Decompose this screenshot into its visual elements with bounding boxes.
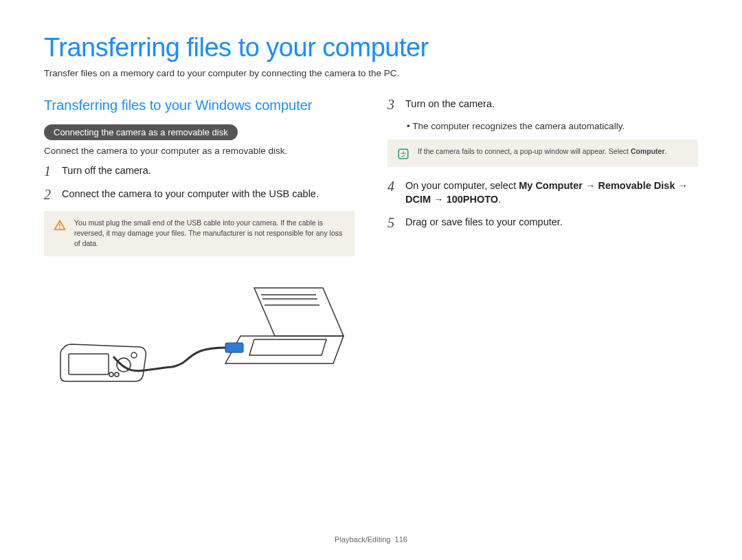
step-number: 1 [44,164,55,178]
svg-rect-8 [225,343,243,352]
step-number: 4 [387,179,398,193]
step-text: On your computer, select My Computer → R… [405,179,698,206]
svg-marker-4 [249,339,326,355]
svg-point-13 [115,372,119,377]
svg-rect-11 [69,354,109,374]
step-3: 3 Turn on the camera. [387,98,698,111]
svg-point-12 [109,372,113,377]
warning-text: You must plug the small end of the USB c… [74,218,345,249]
page-footer: Playback/Editing 116 [0,535,742,544]
footer-page-number: 116 [395,535,407,544]
warning-callout: You must plug the small end of the USB c… [44,211,355,256]
content-columns: Transferring files to your Windows compu… [44,98,698,414]
step-text: Drag or save files to your computer. [405,216,563,229]
step-text: Connect the camera to your computer with… [62,188,319,201]
warning-icon [54,219,66,232]
step-5: 5 Drag or save files to your computer. [387,216,698,229]
page-intro: Transfer files on a memory card to your … [44,68,698,78]
step-number: 2 [44,188,55,201]
step-number: 3 [387,98,398,111]
subsection-pill: Connecting the camera as a removable dis… [44,124,238,140]
step-1: 1 Turn off the camera. [44,164,355,178]
footer-section: Playback/Editing [335,535,390,544]
svg-point-9 [117,358,131,372]
note-text: If the camera fails to connect, a pop-up… [418,146,666,157]
subsection-description: Connect the camera to your computer as a… [44,146,355,156]
step-2: 2 Connect the camera to your computer wi… [44,188,355,201]
step-text: Turn on the camera. [405,98,495,111]
page-title: Transferring files to your computer [44,33,698,63]
step-4: 4 On your computer, select My Computer →… [387,179,698,206]
left-column: Transferring files to your Windows compu… [44,98,355,414]
step-number: 5 [387,216,398,229]
right-column: 3 Turn on the camera. The computer recog… [387,98,698,414]
note-icon [397,148,409,160]
step-3-bullet: The computer recognizes the camera autom… [407,121,698,131]
usb-connection-illustration [44,274,355,412]
step-text: Turn off the camera. [62,164,151,178]
note-callout: If the camera fails to connect, a pop-up… [387,139,698,167]
svg-point-1 [59,227,60,229]
section-title: Transferring files to your Windows compu… [44,98,355,113]
svg-point-10 [131,352,137,358]
